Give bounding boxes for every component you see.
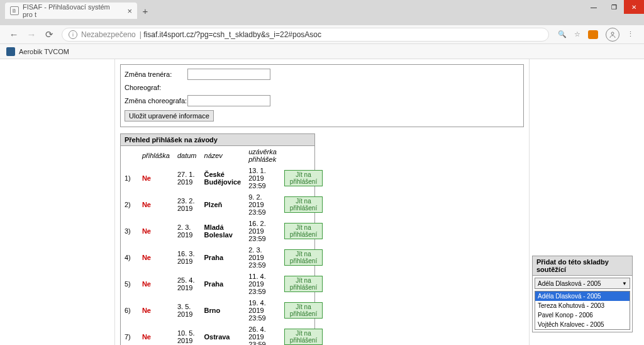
security-label: Nezabezpečeno [81,30,136,39]
row-num: 5) [121,271,138,297]
row-name: Praha [201,271,245,297]
row-deadline: 11. 4. 2019 23:59 [245,271,280,297]
col-entry: přihláška [138,146,174,165]
row-name: České Budějovice [201,165,245,191]
row-entry: Ne [138,191,174,218]
maximize-button[interactable]: ❐ [604,0,624,14]
extension-icon[interactable] [588,30,598,39]
col-deadline: uzávěrka přihlášek [245,146,280,165]
page-favicon-icon: 🗎 [10,6,19,15]
site-info-icon[interactable]: i [69,30,77,39]
row-deadline: 26. 4. 2019 23:59 [245,324,280,345]
row-name: Praha [201,244,245,271]
row-date: 10. 5. 2019 [174,324,201,345]
row-num: 4) [121,244,138,271]
row-date: 25. 4. 2019 [174,271,201,297]
overview-row: 3)Ne2. 3. 2019Mladá Boleslav16. 2. 2019 … [121,218,326,244]
overview-row: 1)Ne27. 1. 2019České Budějovice13. 1. 20… [121,165,326,191]
page-content: Změna trenéra: Choreograf: Změna choreog… [114,59,530,345]
dropdown-option[interactable]: Pavel Konop - 2006 [535,310,630,320]
toolbar-right: 🔍 ☆ ⋮ [553,28,639,42]
competitor-select[interactable]: Adéla Dlasková - 2005 ▼ [535,278,630,289]
row-deadline: 13. 1. 2019 23:59 [245,165,280,191]
row-name: Brno [201,297,245,324]
row-date: 3. 5. 2019 [174,297,201,324]
row-num: 7) [121,324,138,345]
add-panel-title: Přidat do této skladby soutěžící [533,256,632,276]
address-bar[interactable]: i Nezabezpečeno | fisaf.it4sport.cz/?pg=… [62,28,549,42]
choreographer-change-input[interactable] [187,95,270,106]
search-in-page-icon[interactable]: 🔍 [558,30,567,38]
add-competitor-panel: Přidat do této skladby soutěžící Adéla D… [532,256,633,332]
bookmark-favicon-icon [6,47,15,56]
overview-row: 4)Ne16. 3. 2019Praha2. 3. 2019 23:59Jít … [121,244,326,271]
go-to-registration-button[interactable]: Jít na přihlášení [284,196,323,213]
choreographer-change-label: Změna choreografa: [125,97,187,105]
browser-tab[interactable]: 🗎 FISAF - Přihlašovací systém pro t × [5,3,137,19]
entries-overview-title: Přehled přihlášek na závody [121,134,314,146]
row-entry: Ne [138,244,174,271]
window-controls: — ❐ ✕ [584,0,644,14]
row-date: 2. 3. 2019 [174,218,201,244]
trainer-change-input[interactable] [187,69,270,80]
row-entry: Ne [138,297,174,324]
go-to-registration-button[interactable]: Jít na přihlášení [284,170,323,186]
close-window-button[interactable]: ✕ [624,0,644,14]
row-num: 2) [121,191,138,218]
new-tab-button[interactable]: + [137,3,153,19]
col-date: datum [174,146,201,165]
row-name: Plzeň [201,191,245,218]
address-toolbar: ← → ⟳ i Nezabezpečeno | fisaf.it4sport.c… [0,25,644,44]
dropdown-option[interactable]: Vojtěch Kralovec - 2005 [535,320,630,329]
go-to-registration-button[interactable]: Jít na přihlášení [284,302,323,319]
row-date: 27. 1. 2019 [174,165,201,191]
row-num: 3) [121,218,138,244]
row-entry: Ne [138,324,174,345]
row-entry: Ne [138,271,174,297]
go-to-registration-button[interactable]: Jít na přihlášení [284,329,323,345]
bookmark-star-icon[interactable]: ☆ [574,30,580,38]
url-text: fisaf.it4sport.cz/?pg=csh_t_skladby&s_i=… [143,30,321,39]
chevron-down-icon: ▼ [622,281,627,286]
bookmark-item[interactable]: Aerobik TVCOM [6,47,69,56]
row-date: 16. 3. 2019 [174,244,201,271]
overview-row: 5)Ne25. 4. 2019Praha11. 4. 2019 23:59Jít… [121,271,326,297]
overview-row: 2)Ne23. 2. 2019Plzeň9. 2. 2019 23:59Jít … [121,191,326,218]
row-deadline: 9. 2. 2019 23:59 [245,191,280,218]
competitor-dropdown: Adéla Dlasková - 2005Tereza Kohutová - 2… [535,291,630,330]
row-name: Ostrava [201,324,245,345]
tab-title: FISAF - Přihlašovací systém pro t [23,3,118,18]
forward-button[interactable]: → [23,26,40,43]
go-to-registration-button[interactable]: Jít na přihlášení [284,276,323,292]
row-deadline: 2. 3. 2019 23:59 [245,244,280,271]
row-num: 1) [121,165,138,191]
bookmark-label: Aerobik TVCOM [19,48,69,55]
overview-row: 6)Ne3. 5. 2019Brno19. 4. 2019 23:59Jít n… [121,297,326,324]
overview-row: 7)Ne10. 5. 2019Ostrava26. 4. 2019 23:59J… [121,324,326,345]
dropdown-option[interactable]: Adéla Dlasková - 2005 [535,291,630,301]
reload-button[interactable]: ⟳ [40,26,58,43]
minimize-button[interactable]: — [584,0,604,14]
profile-icon[interactable] [606,28,619,42]
browser-chrome: — ❐ ✕ 🗎 FISAF - Přihlašovací systém pro … [0,0,644,25]
save-button[interactable]: Uložit upravené informace [125,110,214,122]
close-tab-icon[interactable]: × [127,6,132,16]
row-num: 6) [121,297,138,324]
bookmarks-bar: Aerobik TVCOM [0,44,644,59]
trainer-change-label: Změna trenéra: [125,71,187,78]
svg-point-0 [611,32,614,35]
go-to-registration-button[interactable]: Jít na přihlášení [284,249,323,266]
row-deadline: 16. 2. 2019 23:59 [245,218,280,244]
select-value: Adéla Dlasková - 2005 [538,280,601,287]
choreographer-label: Choreograf: [125,84,187,91]
entries-overview-panel: Přehled přihlášek na závody přihláška da… [120,133,315,345]
dropdown-option[interactable]: Tereza Kohutová - 2003 [535,301,630,310]
row-name: Mladá Boleslav [201,218,245,244]
menu-icon[interactable]: ⋮ [627,30,634,38]
edit-form: Změna trenéra: Choreograf: Změna choreog… [120,64,524,127]
row-deadline: 19. 4. 2019 23:59 [245,297,280,324]
back-button[interactable]: ← [5,26,23,43]
row-entry: Ne [138,218,174,244]
col-name: název [201,146,245,165]
go-to-registration-button[interactable]: Jít na přihlášení [284,223,323,239]
